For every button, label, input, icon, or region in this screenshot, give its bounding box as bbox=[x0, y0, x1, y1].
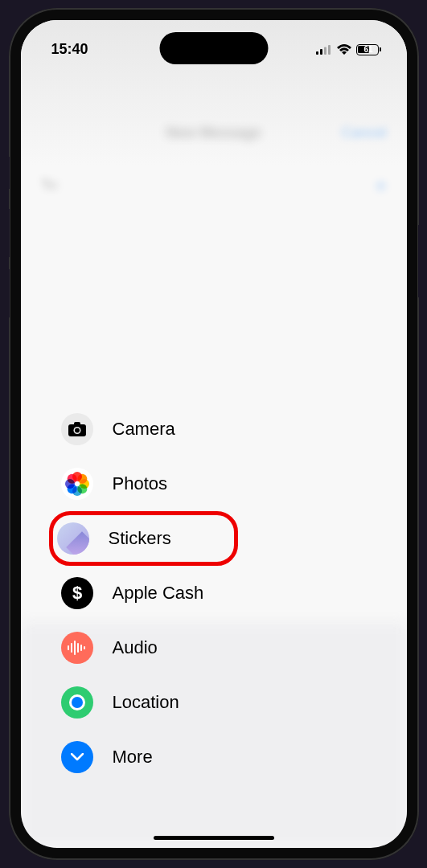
screen: 15:40 61 New Message bbox=[21, 20, 407, 848]
apps-menu: Camera Photos Stickers $ bbox=[53, 402, 375, 784]
svg-rect-11 bbox=[74, 641, 76, 655]
mute-switch bbox=[6, 157, 10, 189]
menu-label-apple-cash: Apple Cash bbox=[113, 583, 204, 604]
menu-item-stickers[interactable]: Stickers bbox=[49, 511, 238, 566]
svg-text:$: $ bbox=[72, 583, 81, 603]
svg-rect-2 bbox=[324, 47, 326, 55]
menu-label-location: Location bbox=[113, 692, 179, 713]
volume-up-button bbox=[6, 209, 10, 257]
menu-label-audio: Audio bbox=[113, 637, 158, 658]
svg-point-7 bbox=[75, 428, 80, 433]
camera-icon bbox=[61, 413, 93, 445]
menu-item-more[interactable]: More bbox=[53, 730, 375, 784]
home-indicator[interactable] bbox=[154, 836, 274, 840]
svg-rect-12 bbox=[77, 643, 79, 653]
phone-frame: 15:40 61 New Message bbox=[9, 8, 419, 860]
blurred-to-field: To: ⊕ bbox=[41, 177, 387, 194]
power-button bbox=[418, 225, 422, 297]
svg-rect-0 bbox=[316, 51, 318, 55]
menu-label-stickers: Stickers bbox=[109, 528, 171, 549]
photos-icon bbox=[61, 468, 93, 500]
battery-indicator: 61 bbox=[356, 44, 381, 55]
menu-label-more: More bbox=[113, 747, 153, 768]
dynamic-island bbox=[159, 32, 268, 64]
menu-item-photos[interactable]: Photos bbox=[53, 457, 375, 511]
apple-cash-icon: $ bbox=[61, 577, 93, 609]
svg-rect-3 bbox=[328, 45, 331, 55]
wifi-icon bbox=[337, 44, 351, 55]
svg-rect-9 bbox=[68, 645, 69, 650]
svg-rect-1 bbox=[320, 49, 322, 55]
location-icon bbox=[61, 686, 93, 719]
menu-label-camera: Camera bbox=[113, 419, 175, 440]
more-chevron-icon bbox=[61, 741, 93, 773]
menu-item-location[interactable]: Location bbox=[53, 675, 375, 730]
menu-item-camera[interactable]: Camera bbox=[53, 402, 375, 457]
status-indicators: 61 bbox=[316, 44, 381, 55]
blurred-cancel-button: Cancel bbox=[341, 125, 386, 141]
svg-rect-13 bbox=[80, 645, 82, 651]
menu-label-photos: Photos bbox=[113, 473, 168, 494]
volume-down-button bbox=[6, 269, 10, 317]
svg-rect-14 bbox=[84, 646, 85, 649]
status-time: 15:40 bbox=[51, 41, 88, 58]
cellular-signal-icon bbox=[316, 45, 332, 55]
svg-rect-10 bbox=[71, 643, 72, 653]
menu-item-apple-cash[interactable]: $ Apple Cash bbox=[53, 566, 375, 620]
battery-percentage: 61 bbox=[357, 45, 380, 54]
stickers-icon bbox=[57, 522, 89, 555]
audio-icon bbox=[61, 632, 93, 664]
menu-item-audio[interactable]: Audio bbox=[53, 620, 375, 675]
svg-rect-5 bbox=[74, 422, 80, 426]
